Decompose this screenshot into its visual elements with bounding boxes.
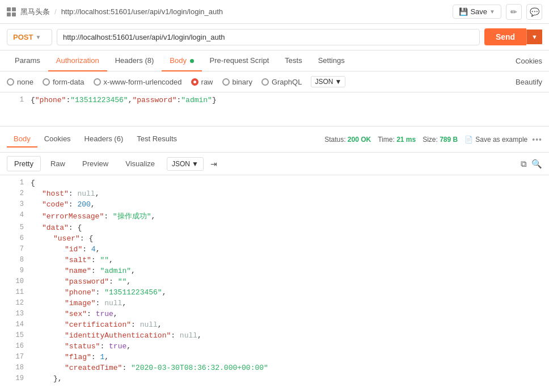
option-form-data[interactable]: form-data [43,78,85,86]
resp-tab-headers[interactable]: Headers (6) [78,131,130,147]
json-value: 4 [91,245,96,254]
json-sep: : [69,189,78,198]
json-comma: , [109,256,113,264]
resp-body-actions: ⧉ 🔍 [521,159,542,169]
method-select[interactable]: POST ▼ [7,29,52,45]
json-format-label: JSON [315,78,333,86]
search-button[interactable]: 🔍 [531,159,542,169]
json-key: "code" [42,200,69,209]
save-button[interactable]: 💾 Save ▼ [453,5,501,19]
copy-button[interactable]: ⧉ [521,159,527,169]
top-bar: 黑马头条 / http://localhost:51601/user/api/v… [0,0,549,24]
option-graphql[interactable]: GraphQL [261,78,302,86]
json-comma: , [126,342,131,351]
json-sep: : [109,277,118,286]
json-sep: : [91,256,100,264]
option-binary[interactable]: binary [222,78,252,86]
response-json-line: 18"createdTime": "2020-03-30T08:36:32.00… [0,363,549,373]
more-options-button[interactable]: ••• [532,135,542,144]
tab-authorization[interactable]: Authorization [48,50,107,71]
option-graphql-label: GraphQL [272,78,302,86]
request-code-content: {"phone":"13511223456","password":"admin… [31,96,217,104]
edit-button[interactable]: ✏ [506,4,522,20]
url-input[interactable] [57,29,480,45]
resp-raw-tab[interactable]: Raw [43,156,73,171]
status-label: Status: 200 OK [324,136,371,144]
comment-button[interactable]: 💬 [526,4,542,20]
line-num: 12 [7,299,24,307]
option-form-data-label: form-data [53,78,85,86]
response-json-line: 1{ [0,178,549,188]
response-json-line: 4"errorMessage": "操作成功", [0,210,549,222]
option-binary-label: binary [233,78,252,86]
json-comma: , [122,299,126,307]
json-sep: : [131,321,140,329]
response-body[interactable]: 1{2"host": null,3"code": 200,4"errorMess… [0,175,549,392]
json-comma: , [104,353,109,361]
json-value: 200 [77,200,90,209]
wrap-button[interactable]: ⇥ [210,159,217,168]
json-sep: : [82,245,91,254]
response-actions: 📄 Save as example ••• [464,135,542,144]
json-value: true [109,342,126,351]
tab-tests[interactable]: Tests [277,50,310,71]
json-line-content: }, [31,374,62,383]
line-num: 18 [7,364,24,372]
body-options: none form-data x-www-form-urlencoded raw… [0,71,549,92]
json-format-chevron-icon: ▼ [335,78,341,86]
save-example-label: Save as example [475,136,527,144]
json-format-select[interactable]: JSON ▼ [311,76,345,87]
resp-pretty-tab[interactable]: Pretty [7,156,41,171]
resp-preview-tab[interactable]: Preview [75,156,116,171]
json-line-content: "salt": "", [31,256,113,264]
send-chevron-button[interactable]: ▼ [526,29,542,44]
json-line-content: "flag": 1, [31,353,109,361]
tab-headers[interactable]: Headers (8) [107,50,162,71]
cookies-link[interactable]: Cookies [516,51,542,71]
json-sep: : [100,342,109,351]
send-main-button[interactable]: Send [484,28,526,45]
resp-tab-cookies[interactable]: Cookies [37,131,78,147]
json-key: "phone" [65,288,96,297]
json-line-content: "code": 200, [31,200,95,209]
json-key: "sex" [65,310,87,318]
json-comma: , [151,212,155,221]
tab-params[interactable]: Params [7,50,48,71]
option-urlencoded[interactable]: x-www-form-urlencoded [94,78,182,86]
radio-raw-icon [191,78,199,86]
resp-tab-test-results[interactable]: Test Results [130,131,184,147]
response-header: Body Cookies Headers (6) Test Results St… [0,127,549,153]
json-sep: : [91,353,100,361]
line-num: 19 [7,374,24,382]
line-num: 11 [7,288,24,296]
resp-json-label: JSON [172,160,190,168]
json-comma: , [113,310,118,318]
json-value: null [140,321,158,329]
beautify-button[interactable]: Beautify [516,78,542,86]
json-value: null [77,189,95,198]
response-json-line: 7"id": 4, [0,244,549,255]
tab-body[interactable]: Body [162,50,201,71]
option-none[interactable]: none [7,78,33,86]
top-bar-left: 黑马头条 / http://localhost:51601/user/api/v… [7,7,223,17]
line-num: 15 [7,331,24,339]
resp-json-format-select[interactable]: JSON ▼ [167,157,204,171]
resp-visualize-tab[interactable]: Visualize [118,156,162,171]
json-line-content: "phone": "13511223456", [31,288,166,297]
json-key: "flag" [65,353,91,361]
json-comma: , [162,288,167,297]
request-body-editor[interactable]: 1 {"phone":"13511223456","password":"adm… [0,92,549,127]
json-value: "" [100,256,109,264]
json-sep: : [171,331,180,340]
save-example-button[interactable]: 📄 Save as example [464,136,527,144]
option-urlencoded-label: x-www-form-urlencoded [104,78,182,86]
option-raw[interactable]: raw [191,78,213,86]
save-example-icon: 📄 [464,136,473,144]
resp-tab-body[interactable]: Body [7,131,37,147]
tab-settings[interactable]: Settings [310,50,353,71]
response-json-line: 12"image": null, [0,298,549,309]
tabs-right: Cookies [516,57,542,65]
json-sep: : { [80,234,93,243]
tab-prerequest[interactable]: Pre-request Script [202,50,277,71]
json-line-content: "image": null, [31,299,126,307]
